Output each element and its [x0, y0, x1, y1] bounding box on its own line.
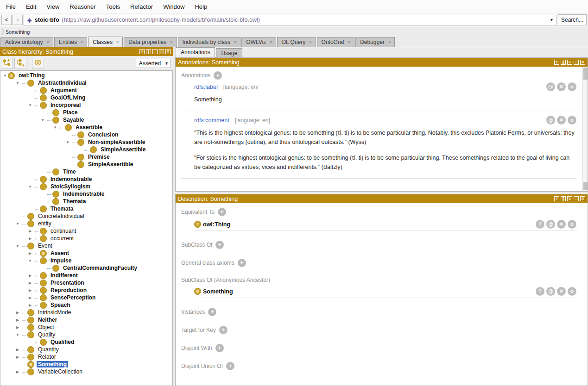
- tree-item[interactable]: ←Qualified: [0, 338, 172, 346]
- delete-icon[interactable]: ✕: [557, 116, 566, 125]
- tree-item[interactable]: ▶←IntrinsicMode: [0, 309, 172, 316]
- delete-icon[interactable]: ✕: [557, 287, 566, 296]
- chevron-down-icon[interactable]: ▼: [550, 18, 554, 22]
- expand-open-icon[interactable]: ▼: [27, 259, 33, 263]
- tree-item[interactable]: ▼←AbstractIndividual: [0, 79, 172, 87]
- help-icon[interactable]: ?: [554, 60, 559, 65]
- tree-item[interactable]: ▼←Non-simpleAssertible: [0, 138, 172, 146]
- tab-data-properties[interactable]: Data properties×: [124, 37, 177, 47]
- annotate-icon[interactable]: @: [546, 82, 555, 91]
- tree-item[interactable]: ←Indemonstrable: [0, 190, 172, 198]
- split-vertical-icon[interactable]: ∥: [561, 60, 566, 65]
- add-sibling-class-button[interactable]: [14, 58, 26, 69]
- tab-classes[interactable]: Classes×: [88, 37, 123, 47]
- description-item[interactable]: ≡Something?@✕o: [194, 286, 576, 298]
- expand-open-icon[interactable]: ▼: [2, 74, 8, 78]
- split-vertical-icon[interactable]: ∥: [146, 49, 151, 54]
- tree-item[interactable]: ▼≡owl:Thing: [0, 72, 172, 79]
- expand-closed-icon[interactable]: ▶: [27, 237, 33, 241]
- tree-item[interactable]: ▶←Speach: [0, 301, 172, 309]
- annotate-icon[interactable]: @: [546, 287, 555, 296]
- expand-closed-icon[interactable]: ▶: [15, 318, 20, 322]
- annotate-icon[interactable]: @: [546, 220, 555, 229]
- edit-icon[interactable]: o: [568, 220, 576, 229]
- tree-item[interactable]: ▶←occurrent: [0, 235, 172, 242]
- tree-item[interactable]: ←Argument: [0, 87, 172, 94]
- help-icon[interactable]: ?: [139, 49, 145, 54]
- tree-item[interactable]: ▶←VariableCollection: [0, 368, 172, 375]
- expand-open-icon[interactable]: ▼: [15, 222, 20, 226]
- tree-item[interactable]: ▶←Neither: [0, 316, 172, 324]
- expand-closed-icon[interactable]: ▶: [27, 251, 33, 255]
- tree-item[interactable]: ▶←Indifferent: [0, 272, 172, 279]
- add-subclass-of-button[interactable]: +: [215, 241, 224, 249]
- close-icon[interactable]: ×: [81, 40, 83, 44]
- add-disjoint-union-of-button[interactable]: +: [226, 362, 234, 370]
- description-item[interactable]: ≡owl:Thing?@✕o: [194, 219, 576, 231]
- close-icon[interactable]: ×: [388, 40, 391, 44]
- delete-icon[interactable]: ✕: [557, 220, 566, 229]
- add-equivalent-to-button[interactable]: +: [218, 208, 226, 216]
- tree-item[interactable]: ←≡Something: [0, 361, 172, 368]
- menu-help[interactable]: Help: [190, 1, 212, 12]
- expand-open-icon[interactable]: ▼: [40, 118, 45, 122]
- tab-annotations[interactable]: Annotations: [176, 47, 215, 57]
- annotate-icon[interactable]: @: [546, 116, 555, 125]
- tree-item[interactable]: ▶←Reproduction: [0, 286, 172, 294]
- tree-item[interactable]: ←Conclusion: [0, 131, 172, 138]
- expand-closed-icon[interactable]: ▶: [15, 355, 20, 359]
- edit-icon[interactable]: o: [568, 287, 576, 296]
- tree-item[interactable]: ▼←StoicSyllogism: [0, 183, 172, 190]
- delete-class-button[interactable]: [32, 58, 44, 69]
- menu-view[interactable]: View: [41, 1, 64, 12]
- menu-refactor[interactable]: Refactor: [125, 1, 158, 12]
- tab-active-ontology[interactable]: Active ontology×: [0, 37, 53, 47]
- expand-open-icon[interactable]: ▼: [27, 103, 33, 107]
- expand-closed-icon[interactable]: ▶: [27, 274, 33, 278]
- close-icon[interactable]: ×: [116, 40, 119, 44]
- tree-item[interactable]: ←Themata: [0, 205, 172, 212]
- close-icon[interactable]: ×: [234, 40, 236, 44]
- close-icon[interactable]: ×: [170, 40, 172, 44]
- tree-item[interactable]: ▶←continuant: [0, 227, 172, 235]
- annotation-entry[interactable]: rdfs:label[language: en]@✕oSomething: [194, 82, 576, 111]
- close-icon[interactable]: ✕: [165, 49, 171, 54]
- tab-individuals-by-class[interactable]: Individuals by class×: [178, 37, 241, 47]
- float-icon[interactable]: □: [574, 196, 579, 201]
- tree-item[interactable]: ←Indemonstrable: [0, 175, 172, 183]
- expand-closed-icon[interactable]: ▶: [15, 311, 20, 315]
- menu-edit[interactable]: Edit: [21, 1, 41, 12]
- explain-icon[interactable]: ?: [536, 287, 544, 296]
- add-disjoint-with-button[interactable]: +: [215, 344, 224, 352]
- tree-item[interactable]: ▼←Sayable: [0, 116, 172, 124]
- tab-ontograf[interactable]: OntoGraf×: [317, 37, 355, 47]
- expand-open-icon[interactable]: ▼: [65, 140, 70, 144]
- tree-item[interactable]: ←SimpleAssertible: [0, 146, 172, 153]
- tab-owlviz[interactable]: OWLViz×: [241, 37, 276, 47]
- expand-closed-icon[interactable]: ▶: [27, 288, 33, 293]
- tree-item[interactable]: ▼←Incorporeal: [0, 101, 172, 109]
- expand-closed-icon[interactable]: ▶: [27, 229, 33, 233]
- split-vertical-icon[interactable]: ∥: [561, 196, 566, 201]
- tree-item[interactable]: ▶←Presentation: [0, 279, 172, 286]
- tree-item[interactable]: ←Themata: [0, 198, 172, 205]
- tree-item[interactable]: ▼←Event: [0, 242, 172, 249]
- tab-usage[interactable]: Usage: [216, 48, 242, 57]
- tab-entities[interactable]: Entities×: [54, 37, 88, 47]
- scrollbar-thumb[interactable]: [583, 68, 588, 80]
- close-icon[interactable]: ×: [46, 40, 49, 44]
- expand-closed-icon[interactable]: ▶: [27, 303, 33, 307]
- tree-item[interactable]: ▶←Quantity: [0, 346, 172, 353]
- tree-item[interactable]: ←Place: [0, 109, 172, 116]
- tree-item[interactable]: ←SimpleAssertible: [0, 161, 172, 168]
- menu-file[interactable]: File: [1, 1, 21, 12]
- expand-closed-icon[interactable]: ▶: [15, 370, 20, 374]
- scrollbar[interactable]: [582, 67, 588, 191]
- explain-icon[interactable]: ?: [536, 220, 544, 229]
- edit-icon[interactable]: o: [568, 116, 576, 125]
- expand-closed-icon[interactable]: ▶: [27, 281, 33, 285]
- delete-icon[interactable]: ✕: [557, 82, 566, 91]
- back-button[interactable]: <: [1, 15, 12, 25]
- expand-closed-icon[interactable]: ▶: [15, 348, 20, 352]
- menu-reasoner[interactable]: Reasoner: [64, 1, 101, 12]
